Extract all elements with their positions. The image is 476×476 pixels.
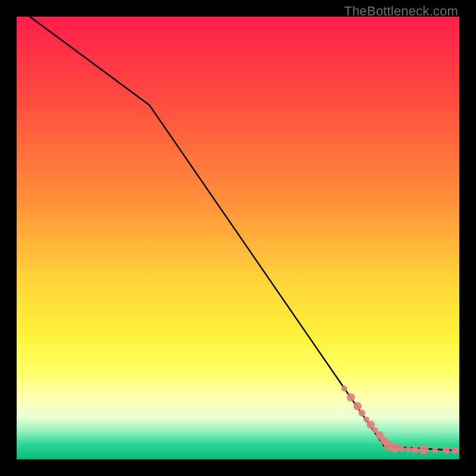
scatter-point: [347, 393, 355, 402]
plot-area: [17, 17, 459, 459]
scatter-point: [342, 386, 347, 392]
scatter-point: [405, 446, 411, 452]
chart-overlay: [17, 17, 459, 459]
scatter-markers: [342, 386, 459, 455]
curve-line: [30, 17, 455, 450]
scatter-point: [452, 447, 459, 454]
scatter-point: [419, 445, 429, 455]
scatter-point: [353, 402, 362, 411]
scatter-point: [432, 447, 438, 453]
watermark-text: TheBottleneck.com: [344, 4, 458, 19]
chart-stage: TheBottleneck.com: [0, 0, 476, 476]
scatter-point: [443, 446, 450, 453]
scatter-point: [412, 446, 419, 453]
scatter-point: [358, 409, 365, 416]
scatter-point: [399, 446, 405, 452]
scatter-point: [390, 443, 400, 453]
